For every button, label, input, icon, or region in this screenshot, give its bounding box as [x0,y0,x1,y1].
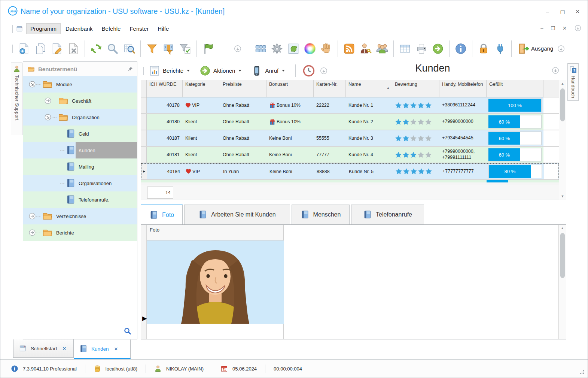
tree-item-telefonanrufe-[interactable]: Telefonanrufe. [23,191,137,208]
column-header-2[interactable]: Kategorie [183,80,220,97]
customer-row-2[interactable]: 40180KlientOhne RabattBonus 10%Kunde Nr.… [141,114,559,130]
expander-collapsed-icon[interactable] [44,97,52,105]
exit-button[interactable]: Ausgang [531,45,553,52]
tree-item-verzeichnisse[interactable]: Verzeichnisse [23,208,137,224]
copy-record-button[interactable] [32,40,49,57]
mdi-minimize-button[interactable]: – [540,25,543,31]
tree-item-geschäft[interactable]: Geschäft [23,93,137,109]
tree-item-organisationen[interactable]: Organisationen [23,175,137,191]
resize-grip-icon[interactable] [579,369,585,375]
search-button[interactable] [104,40,121,57]
search-table-button[interactable] [121,40,137,57]
scroll-thumb[interactable] [560,233,565,278]
subtoolbar-options-icon[interactable] [320,67,328,75]
tree-item-module[interactable]: Module [23,76,137,93]
pin-icon[interactable] [127,66,133,72]
filter-button[interactable] [144,40,160,57]
document-tab-schnellstart[interactable]: Schnellstart✕ [13,339,74,358]
new-record-button[interactable] [16,40,32,57]
menu-item-befehle[interactable]: Befehle [98,23,125,34]
info-button[interactable] [453,40,469,57]
gear-button[interactable] [269,40,285,57]
map-image-button[interactable] [285,40,302,57]
tree-item-berichte[interactable]: Berichte [23,224,137,241]
scroll-thumb[interactable] [560,88,565,121]
plug-button[interactable] [492,40,508,57]
customer-photo[interactable] [147,241,283,324]
user-key-button[interactable] [357,40,374,57]
detail-tab-arbeiten-sie-mit-kunden[interactable]: Arbeiten Sie mit Kunden [184,205,290,224]
aktionen-dropdown-button[interactable]: Aktionen [197,64,244,78]
grid-options-icon[interactable] [551,66,560,75]
window-close-button[interactable]: ✕ [574,9,581,15]
column-header-5[interactable]: Karten-Nr. [314,80,346,97]
expander-expanded-icon[interactable] [44,114,52,121]
column-header-4[interactable]: Bonusart [266,80,314,97]
detail-tab-menschen[interactable]: Menschen [292,205,350,224]
tree-item-geld[interactable]: Geld [23,126,137,142]
expander-collapsed-icon[interactable] [28,229,36,236]
filter-apply-button[interactable] [177,40,193,57]
mdi-restore-button[interactable]: ❐ [551,25,555,31]
go-next-button[interactable] [430,40,446,57]
toolbar-options-icon[interactable] [557,45,565,53]
berichte-dropdown-button[interactable]: Berichte [147,64,192,78]
color-wheel-button[interactable] [302,40,318,57]
rss-feed-button[interactable] [341,40,357,57]
menu-item-fenster[interactable]: Fenster [125,23,153,34]
customer-row-3[interactable]: 40187KlientOhne RabattKeine Boni55555Kun… [141,130,559,147]
tiles-button[interactable] [252,40,269,57]
toolbar-grip[interactable] [142,67,144,75]
customer-row-5[interactable]: ▶40184VIPIn YuanKeine Boni88888Kunde Nr.… [141,163,559,180]
column-header-9[interactable]: Gefüllt [487,80,543,97]
column-header-3[interactable]: Preisliste [220,80,266,97]
detail-tab-foto[interactable]: Foto [141,205,183,224]
tab-close-button[interactable]: ✕ [63,346,67,351]
window-maximize-button[interactable]: ▢ [559,9,566,15]
menu-item-hilfe[interactable]: Hilfe [153,23,173,34]
hand-button[interactable] [318,40,335,57]
expander-expanded-icon[interactable] [28,81,36,88]
tree-item-kunden[interactable]: Kunden [23,142,137,158]
customer-row-1[interactable]: 40178VIPOhne RabattBonus 10%22222Kunde N… [141,97,559,114]
delete-record-button[interactable] [65,40,82,57]
lock-button[interactable] [475,40,492,57]
tree-item-mailing[interactable]: Mailing [23,158,137,175]
scroll-up-icon[interactable]: ▲ [559,80,566,87]
window-minimize-button[interactable]: – [544,9,551,15]
handbook-tab[interactable]: ? Handbuch [567,63,579,101]
exit-door-button[interactable] [515,40,531,57]
filter-columns-button[interactable] [160,40,177,57]
column-header-7[interactable]: Bewertung [392,80,439,97]
grid-vertical-scrollbar[interactable]: ▲ ▼ [559,80,566,200]
customer-row-partial[interactable] [141,180,559,182]
expander-collapsed-icon[interactable] [28,212,36,220]
anruf-dropdown-button[interactable]: Anruf [249,64,287,78]
menu-options-icon[interactable] [574,24,582,32]
detail-tab-telefonanrufe[interactable]: Telefonanrufe [351,205,424,224]
dropdown-circle-button[interactable] [229,40,246,57]
customer-row-4[interactable]: 40181KlientOhne RabattKeine Boni77777Kun… [141,147,559,163]
menu-item-programm[interactable]: Programm [26,23,61,34]
menu-item-datenbank[interactable]: Datenbank [61,23,97,34]
scroll-down-icon[interactable]: ▼ [559,193,566,200]
column-header-8[interactable]: Handy, Mobiltelefon [439,80,487,97]
tree-item-organisation[interactable]: Organisation [23,109,137,126]
refresh-button[interactable] [88,40,104,57]
technical-support-tab[interactable]: Technischer Support [11,63,22,135]
column-header-1[interactable]: ICH WÜRDE [147,80,183,97]
toolbar-grip[interactable] [11,25,13,33]
mdi-close-button[interactable]: ✕ [563,25,567,31]
print-button[interactable] [413,40,430,57]
detail-vertical-scrollbar[interactable]: ▲ [558,225,566,339]
toolbar-grip[interactable] [11,45,13,53]
sidebar-search-icon[interactable] [124,327,132,335]
column-header-6[interactable]: Name▲ [346,80,392,97]
edit-record-button[interactable] [49,40,65,57]
document-tab-kunden[interactable]: Kunden✕ [74,339,131,359]
user-group-button[interactable] [374,40,390,57]
timer-clock-icon[interactable] [302,64,315,77]
flag-button[interactable] [199,40,216,57]
scroll-up-icon[interactable]: ▲ [559,225,566,232]
tab-close-button[interactable]: ✕ [114,346,118,352]
